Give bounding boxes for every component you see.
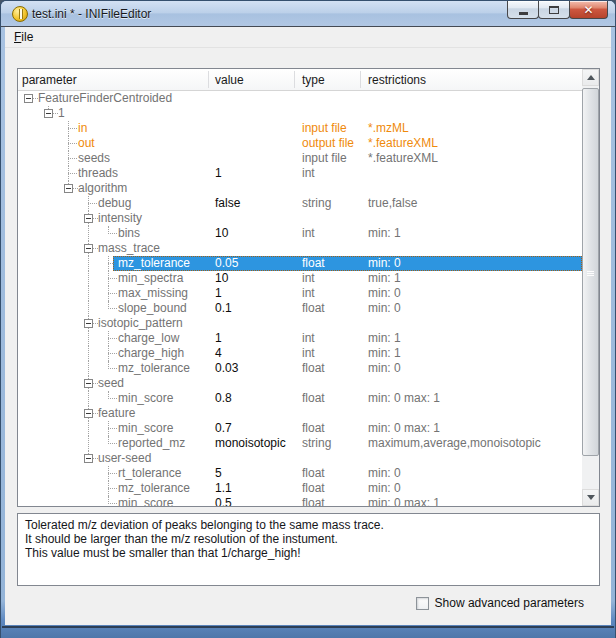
param-name: min_score (118, 421, 173, 436)
tree-collapse-icon[interactable] (44, 109, 53, 118)
param-name: mass_trace (98, 241, 160, 256)
tree-collapse-icon[interactable] (84, 454, 93, 463)
param-name: mz_tolerance (118, 256, 190, 271)
table-row[interactable]: min_score0.8floatmin: 0 max: 1 (18, 391, 582, 406)
param-name: FeatureFinderCentroided (38, 91, 172, 106)
table-row[interactable]: user-seed (18, 451, 582, 466)
param-restrictions: min: 0 (368, 481, 401, 496)
param-value: 0.7 (215, 421, 232, 436)
param-type: int (302, 271, 315, 286)
table-row[interactable]: mz_tolerance0.03floatmin: 0 (18, 361, 582, 376)
table-row[interactable]: outoutput file*.featureXML (18, 136, 582, 151)
param-name: slope_bound (118, 301, 187, 316)
scroll-up-button[interactable] (582, 69, 599, 86)
description-line: Tolerated m/z deviation of peaks belongi… (25, 518, 592, 532)
param-restrictions: *.featureXML (368, 151, 438, 166)
parameter-table: parameter value type restrictions Featur… (17, 68, 600, 507)
table-row[interactable]: threads1int (18, 166, 582, 181)
param-value: 0.03 (215, 361, 238, 376)
tree-collapse-icon[interactable] (84, 214, 93, 223)
minimize-button[interactable] (507, 1, 539, 19)
param-value: 5 (215, 466, 222, 481)
table-row[interactable]: min_score0.5floatmin: 0 max: 1 (18, 496, 582, 506)
table-row[interactable]: min_spectra10intmin: 1 (18, 271, 582, 286)
tree-collapse-icon[interactable] (84, 379, 93, 388)
param-name: bins (118, 226, 140, 241)
param-type: int (302, 286, 315, 301)
table-row[interactable]: 1 (18, 106, 582, 121)
param-name: seed (98, 376, 124, 391)
table-row[interactable]: reported_mzmonoisotopicstringmaximum,ave… (18, 436, 582, 451)
show-advanced-label[interactable]: Show advanced parameters (435, 596, 584, 610)
param-type: int (302, 166, 315, 181)
menu-bar: File (5, 27, 611, 48)
table-row[interactable]: rt_tolerance5floatmin: 0 (18, 466, 582, 481)
maximize-icon (549, 6, 559, 14)
param-restrictions: maximum,average,monoisotopic (368, 436, 541, 451)
scroll-down-button[interactable] (582, 489, 599, 506)
tree-collapse-icon[interactable] (24, 94, 33, 103)
param-type: int (302, 226, 315, 241)
table-row[interactable]: mz_tolerance0.05floatmin: 0 (18, 256, 582, 271)
column-divider[interactable] (294, 71, 295, 88)
table-header: parameter value type restrictions (18, 69, 582, 91)
param-value: 1.1 (215, 481, 232, 496)
tree-collapse-icon[interactable] (64, 184, 73, 193)
param-value: monoisotopic (215, 436, 286, 451)
param-restrictions: min: 0 (368, 256, 401, 271)
table-row[interactable]: seed (18, 376, 582, 391)
maximize-button[interactable] (538, 1, 570, 19)
param-restrictions: min: 1 (368, 346, 401, 361)
tree-collapse-icon[interactable] (84, 244, 93, 253)
column-divider[interactable] (360, 71, 361, 88)
column-header-parameter[interactable]: parameter (22, 73, 77, 87)
scrollbar-thumb[interactable] (582, 88, 599, 456)
param-type: float (302, 466, 325, 481)
minimize-icon (519, 12, 528, 15)
column-header-value[interactable]: value (215, 73, 244, 87)
show-advanced-checkbox[interactable] (416, 597, 429, 610)
menu-file[interactable]: File (5, 27, 40, 47)
param-name: reported_mz (118, 436, 185, 451)
column-header-restrictions[interactable]: restrictions (368, 73, 426, 87)
param-restrictions: min: 0 (368, 286, 401, 301)
column-header-type[interactable]: type (302, 73, 325, 87)
table-row[interactable]: intensity (18, 211, 582, 226)
table-row[interactable]: isotopic_pattern (18, 316, 582, 331)
vertical-scrollbar[interactable] (582, 69, 599, 506)
param-restrictions: min: 0 (368, 301, 401, 316)
table-row[interactable]: mz_tolerance1.1floatmin: 0 (18, 481, 582, 496)
param-name: in (78, 121, 87, 136)
param-name: max_missing (118, 286, 188, 301)
table-row[interactable]: charge_high4intmin: 1 (18, 346, 582, 361)
tree-collapse-icon[interactable] (84, 319, 93, 328)
window-title: test.ini * - INIFileEditor (32, 7, 151, 21)
table-row[interactable]: feature (18, 406, 582, 421)
table-row[interactable]: max_missing1intmin: 0 (18, 286, 582, 301)
param-name: 1 (58, 106, 65, 121)
app-icon (12, 6, 28, 22)
table-row[interactable]: ininput file*.mzML (18, 121, 582, 136)
column-divider[interactable] (208, 71, 209, 88)
param-restrictions: min: 1 (368, 331, 401, 346)
table-row[interactable]: slope_bound0.1floatmin: 0 (18, 301, 582, 316)
param-restrictions: *.mzML (368, 121, 409, 136)
param-name: mz_tolerance (118, 481, 190, 496)
tree-collapse-icon[interactable] (84, 409, 93, 418)
table-row[interactable]: FeatureFinderCentroided (18, 91, 582, 106)
param-name: charge_low (118, 331, 179, 346)
param-type: float (302, 361, 325, 376)
table-row[interactable]: algorithm (18, 181, 582, 196)
table-row[interactable]: seedsinput file*.featureXML (18, 151, 582, 166)
table-row[interactable]: min_score0.7floatmin: 0 max: 1 (18, 421, 582, 436)
param-type: string (302, 196, 331, 211)
table-row[interactable]: mass_trace (18, 241, 582, 256)
table-row[interactable]: debugfalsestringtrue,false (18, 196, 582, 211)
close-button[interactable]: ✕ (569, 1, 608, 19)
description-line: It should be larger than the m/z resolut… (25, 532, 592, 546)
param-restrictions: min: 1 (368, 271, 401, 286)
table-row[interactable]: bins10intmin: 1 (18, 226, 582, 241)
table-row[interactable]: charge_low1intmin: 1 (18, 331, 582, 346)
param-name: rt_tolerance (118, 466, 181, 481)
param-restrictions: true,false (368, 196, 417, 211)
